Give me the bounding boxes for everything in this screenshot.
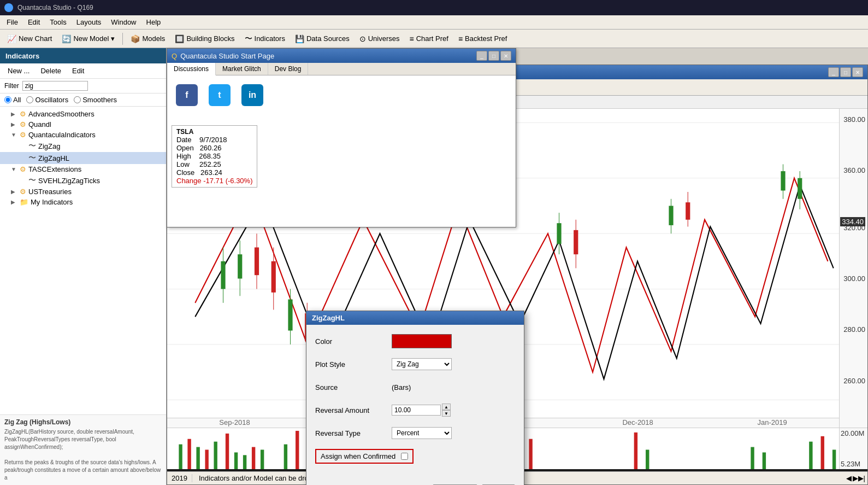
building-blocks-icon: 🔲 (175, 34, 184, 43)
dialog-footer: Cancel OK (306, 480, 524, 485)
sidebar-delete-button[interactable]: Delete (37, 66, 64, 76)
plot-style-select[interactable]: Zig Zag Line Histogram (392, 358, 452, 370)
backtest-pref-button[interactable]: ≡ Backtest Pref (454, 33, 511, 45)
radio-all[interactable]: All (4, 96, 21, 104)
linkedin-icon[interactable]: in (241, 84, 263, 106)
tab-dev-blog[interactable]: Dev Blog (268, 63, 309, 75)
universes-button[interactable]: ⊙ Universes (356, 33, 404, 45)
assign-confirmed-label: Assign when Confirmed (321, 452, 395, 460)
chart-close-button[interactable]: ✕ (852, 67, 863, 77)
ohlc-date: Date 9/7/2018 (176, 136, 252, 144)
indicators-button[interactable]: 〜 Indicators (241, 32, 289, 45)
new-model-button[interactable]: 🔄 New Model ▾ (58, 33, 119, 45)
twitter-icon[interactable]: t (209, 84, 231, 106)
spin-down-button[interactable]: ▼ (442, 410, 451, 417)
tree-item-my-indicators[interactable]: ▶ 📁 My Indicators (0, 197, 166, 207)
reversal-amount-input[interactable] (392, 405, 441, 416)
tab-discussions[interactable]: Discussions (167, 63, 216, 75)
menu-bar: File Edit Tools Layouts Window Help (0, 15, 868, 30)
menu-tools[interactable]: Tools (45, 17, 70, 27)
plot-style-control: Zig Zag Line Histogram (392, 358, 515, 370)
menu-help[interactable]: Help (142, 17, 166, 27)
scroll-right-icon[interactable]: ▶▶| (853, 474, 865, 482)
start-page-tabs: Discussions Market Glitch Dev Blog (167, 63, 516, 75)
filter-row: Filter (0, 79, 166, 94)
reversal-type-label: Reversal Type (315, 429, 392, 437)
main-layout: Indicators New ... Delete Edit Filter Al… (0, 48, 868, 485)
dialog-title: ZigZagHL (306, 311, 524, 325)
ohlc-low: Low 252.25 (176, 160, 252, 168)
svg-rect-50 (763, 452, 766, 469)
price-level-280: 280.00 (843, 325, 865, 334)
facebook-icon[interactable]: f (176, 84, 198, 106)
volume-axis: 20.00M 5.23M (839, 428, 867, 469)
svg-rect-34 (214, 442, 217, 469)
plot-style-row: Plot Style Zig Zag Line Histogram (315, 357, 515, 372)
svg-rect-35 (226, 434, 229, 469)
indicator-icon: 〜 (28, 176, 36, 185)
color-row: Color (315, 334, 515, 349)
color-swatch[interactable] (392, 334, 452, 348)
tree-item-quantacula-indicators[interactable]: ▼ ⚙ QuantaculaIndicators (0, 130, 166, 140)
sidebar-new-button[interactable]: New ... (4, 66, 33, 76)
tree-item-zigzag[interactable]: 〜 ZigZag (0, 140, 166, 152)
start-page-title-bar: Q Quantacula Studio Start Page _ □ ✕ (167, 49, 516, 63)
price-level-380: 380.00 (843, 115, 865, 124)
tree-item-zigzaghl[interactable]: 〜 ZigZagHL (0, 152, 166, 164)
radio-smoothers[interactable]: Smoothers (74, 96, 117, 104)
svg-rect-11 (255, 247, 259, 275)
restore-button[interactable]: □ (488, 51, 499, 61)
reversal-amount-row: Reversal Amount ▲ ▼ (315, 402, 515, 418)
status-year: 2019 (167, 474, 192, 482)
svg-rect-36 (234, 452, 238, 469)
svg-rect-53 (832, 449, 836, 469)
chart-pref-icon: ≡ (409, 34, 414, 43)
svg-rect-21 (574, 230, 578, 254)
zigzaghl-dialog: ZigZagHL Color Plot Style (306, 311, 524, 485)
svg-rect-32 (196, 447, 199, 469)
folder-icon: ⚙ (20, 188, 26, 196)
filter-input[interactable] (22, 81, 88, 91)
assign-confirmed-checkbox[interactable] (401, 453, 408, 460)
spin-up-button[interactable]: ▲ (442, 404, 451, 410)
building-blocks-button[interactable]: 🔲 Building Blocks (171, 33, 238, 45)
close-button[interactable]: ✕ (500, 51, 511, 61)
desc-text: ZigZagHL(BarHistory source, double rever… (4, 428, 162, 482)
svg-rect-15 (288, 300, 292, 331)
tab-market-glitch[interactable]: Market Glitch (216, 63, 268, 75)
scroll-controls: ◀ ▶▶| (846, 474, 867, 482)
menu-file[interactable]: File (2, 17, 22, 27)
scroll-left-icon[interactable]: ◀ (846, 474, 852, 482)
radio-oscillators[interactable]: Oscillators (26, 96, 68, 104)
menu-edit[interactable]: Edit (23, 17, 44, 27)
svg-rect-41 (296, 431, 299, 469)
tree-item-advanced-smoothers[interactable]: ▶ ⚙ AdvancedSmoothers (0, 109, 166, 119)
chart-restore-button[interactable]: □ (840, 67, 851, 77)
menu-window[interactable]: Window (107, 17, 140, 27)
folder-icon: ⚙ (20, 110, 26, 118)
data-sources-button[interactable]: 💾 Data Sources (291, 33, 353, 45)
reversal-type-select[interactable]: Percent Point (392, 427, 452, 439)
tree-item-tasc-extensions[interactable]: ▼ ⚙ TASCExtensions (0, 164, 166, 174)
minimize-button[interactable]: _ (476, 51, 487, 61)
start-page-icon: Q (172, 52, 177, 60)
expand-icon: ▼ (11, 166, 17, 172)
sidebar-edit-button[interactable]: Edit (69, 66, 87, 76)
tree-item-ustreasuries[interactable]: ▶ ⚙ USTreasuries (0, 186, 166, 197)
svg-rect-19 (557, 223, 561, 244)
ohlc-change: Change -17.71 (-6.30%) (176, 177, 252, 185)
tree-item-svehl-zigzag-ticks[interactable]: 〜 SVEHLZigZagTicks (0, 174, 166, 186)
new-chart-button[interactable]: 📈 New Chart (3, 33, 56, 45)
models-button[interactable]: 📦 Models (127, 33, 169, 45)
menu-layouts[interactable]: Layouts (72, 17, 106, 27)
chart-minimize-button[interactable]: _ (828, 67, 839, 77)
source-value: (Bars) (392, 383, 515, 391)
tree-item-quandl[interactable]: ▶ ⚙ Quandl (0, 119, 166, 130)
app-title: Quantacula Studio - Q169 (17, 4, 93, 11)
reversal-amount-control: ▲ ▼ (392, 404, 515, 417)
chart-pref-button[interactable]: ≡ Chart Pref (405, 33, 452, 45)
indicators-sidebar: Indicators New ... Delete Edit Filter Al… (0, 48, 167, 485)
svg-rect-48 (646, 449, 649, 469)
x-label-dec2018: Dec-2018 (622, 418, 653, 428)
svg-rect-40 (284, 445, 287, 469)
